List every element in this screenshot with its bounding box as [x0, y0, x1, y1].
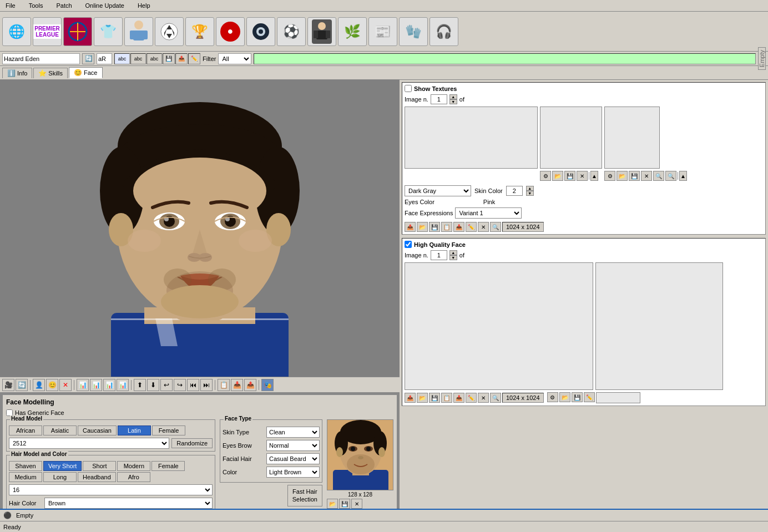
menu-tools[interactable]: Tools: [26, 1, 47, 10]
hair-model-dropdown[interactable]: 16: [9, 484, 213, 495]
tex-ctrl-8[interactable]: ✕: [641, 171, 652, 181]
menu-patch[interactable]: Patch: [53, 1, 75, 10]
face-expressions-dropdown[interactable]: Variant 1: [455, 207, 522, 219]
tex-ctrl-4[interactable]: ✕: [577, 171, 588, 181]
trophy-icon[interactable]: 🏆: [185, 17, 214, 46]
hair-color-dropdown[interactable]: Brown: [44, 498, 213, 509]
tex-bottom-2[interactable]: 📂: [417, 222, 428, 232]
randomize-btn[interactable]: Randomize: [171, 438, 213, 448]
hq-extra-2[interactable]: 📂: [559, 392, 570, 402]
tex-zoom-btn[interactable]: 🔍: [490, 222, 501, 232]
export-btn[interactable]: 📥: [231, 379, 243, 391]
head-latin-btn[interactable]: Latin: [118, 425, 151, 435]
abc-btn-1[interactable]: abc: [114, 53, 130, 64]
globe-icon[interactable]: 🌐: [2, 17, 31, 46]
special-btn[interactable]: 🎭: [261, 379, 274, 391]
import-btn[interactable]: 📋: [218, 379, 230, 391]
head-caucasian-btn[interactable]: Caucasian: [78, 425, 117, 435]
player-name-input[interactable]: [2, 53, 80, 64]
tex-bottom-7[interactable]: ✕: [478, 222, 489, 232]
head-african-btn[interactable]: African: [9, 425, 42, 435]
tex-ctrl-6[interactable]: 📂: [617, 171, 628, 181]
tex-image-n-input[interactable]: [431, 94, 447, 104]
export-text-btn[interactable]: 📤: [175, 53, 188, 64]
photo-save-btn[interactable]: 💾: [339, 499, 350, 509]
barcelona-icon[interactable]: [63, 17, 92, 46]
action-4[interactable]: 📊: [117, 379, 129, 391]
tex-bottom-3[interactable]: 💾: [429, 222, 440, 232]
player-icon[interactable]: [124, 17, 153, 46]
skin-color-input[interactable]: [506, 186, 523, 196]
grass-icon[interactable]: 🌿: [338, 17, 367, 46]
headphones-icon[interactable]: 🎧: [430, 17, 458, 46]
tex-ctrl-2[interactable]: 📂: [552, 171, 563, 181]
abc-btn-2[interactable]: abc: [130, 53, 146, 64]
hair-shaven-btn[interactable]: Shaven: [9, 461, 42, 471]
hq-bottom-4[interactable]: 📋: [441, 393, 452, 403]
face-btn[interactable]: 👤: [33, 379, 45, 391]
tex-spin-up-2[interactable]: ▲: [590, 171, 598, 181]
menu-help[interactable]: Help: [134, 1, 154, 10]
color-dropdown[interactable]: Light Brown: [266, 467, 320, 478]
skin-spin-up[interactable]: ▲: [526, 186, 534, 191]
hq-bottom-3[interactable]: 💾: [429, 393, 440, 403]
boot-icon[interactable]: ⚽: [277, 17, 306, 46]
hair-medium-btn[interactable]: Medium: [9, 472, 42, 482]
hq-bottom-2[interactable]: 📂: [417, 393, 428, 403]
news-icon[interactable]: 📰: [368, 17, 397, 46]
tab-info[interactable]: ℹ️ Info: [2, 68, 32, 78]
photo-delete-btn[interactable]: ✕: [351, 499, 362, 509]
hair-short-btn[interactable]: Short: [83, 461, 116, 471]
photo-load-btn[interactable]: 📂: [327, 499, 338, 509]
tex-ctrl-zoom-out[interactable]: 🔍: [665, 171, 676, 181]
emotion-btn[interactable]: 😊: [46, 379, 58, 391]
ball-icon[interactable]: [155, 17, 184, 46]
filter-type-dropdown[interactable]: All: [218, 53, 251, 64]
tex-ctrl-1[interactable]: ⚙: [540, 171, 551, 181]
hair-headband-btn[interactable]: Headband: [78, 472, 116, 482]
action-1[interactable]: 📊: [77, 379, 89, 391]
eyes-color-dropdown[interactable]: Dark Gray: [405, 185, 471, 196]
fast-hair-selection-btn[interactable]: Fast HairSelection: [287, 485, 322, 506]
eyes-brow-dropdown[interactable]: Normal: [266, 440, 320, 451]
menu-file[interactable]: File: [2, 1, 19, 10]
rotate-btn[interactable]: 🔄: [16, 379, 28, 391]
hq-bottom-6[interactable]: ✏️: [466, 393, 477, 403]
league-icon[interactable]: PREMIERLEAGUE: [33, 17, 62, 46]
tex-ctrl-zoom-in[interactable]: 🔍: [653, 171, 664, 181]
menu-online-update[interactable]: Online Update: [82, 1, 128, 10]
tex-spin-up-3[interactable]: ▲: [679, 171, 687, 181]
tex-ctrl-3[interactable]: 💾: [564, 171, 575, 181]
hq-bottom-7[interactable]: ✕: [478, 393, 489, 403]
hq-bottom-1[interactable]: 📤: [405, 393, 416, 403]
tex-spin-down[interactable]: ▼: [449, 99, 457, 104]
tab-face[interactable]: 😊 Face: [69, 67, 102, 78]
refresh-btn[interactable]: 🔄: [82, 53, 94, 64]
tex-bottom-6[interactable]: ✏️: [466, 222, 477, 232]
save-text-btn[interactable]: 💾: [163, 53, 175, 64]
ar-input[interactable]: [97, 53, 112, 64]
head-model-dropdown[interactable]: 2512: [9, 438, 169, 449]
hair-afro-btn[interactable]: Afro: [117, 472, 150, 482]
tex-bottom-4[interactable]: 📋: [441, 222, 452, 232]
paste-btn[interactable]: 📤: [244, 379, 256, 391]
hair-very-short-btn[interactable]: Very Short: [43, 461, 82, 471]
hq-spin-down[interactable]: ▼: [449, 255, 457, 260]
patch-red-icon[interactable]: ●: [216, 17, 245, 46]
delete-btn[interactable]: ✕: [59, 379, 72, 391]
steam-icon[interactable]: [246, 17, 275, 46]
glove-icon[interactable]: 🧤: [399, 17, 428, 46]
facial-hair-dropdown[interactable]: Casual Beard: [266, 453, 320, 464]
hq-extra-4[interactable]: ✏️: [584, 392, 595, 402]
show-textures-checkbox[interactable]: [405, 85, 412, 92]
hq-spin-up[interactable]: ▲: [449, 250, 457, 255]
hair-long-btn[interactable]: Long: [43, 472, 77, 482]
hair-female-btn[interactable]: Female: [151, 461, 185, 471]
view-btn[interactable]: 🎥: [2, 379, 14, 391]
hair-modern-btn[interactable]: Modern: [117, 461, 150, 471]
manager-icon[interactable]: [307, 17, 336, 46]
head-female-btn[interactable]: Female: [152, 425, 185, 435]
first-btn[interactable]: ⏮: [187, 379, 199, 391]
hq-face-checkbox[interactable]: [405, 241, 412, 248]
tex-bottom-5[interactable]: 📥: [453, 222, 464, 232]
